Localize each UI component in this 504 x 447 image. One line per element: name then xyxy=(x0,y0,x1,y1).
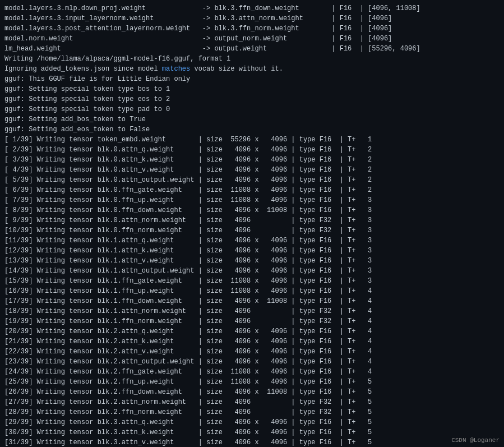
terminal-line: model.layers.3.input_layernorm.weight ->… xyxy=(4,13,500,24)
terminal-line: [ 8/39] Writing tensor blk.0.ffn_down.we… xyxy=(4,205,500,215)
terminal-line: [20/39] Writing tensor blk.2.attn_q.weig… xyxy=(4,326,500,337)
terminal-line: [ 6/39] Writing tensor blk.0.ffn_gate.we… xyxy=(4,185,500,195)
terminal-line: [14/39] Writing tensor blk.1.attn_output… xyxy=(4,266,500,276)
terminal-line: [ 7/39] Writing tensor blk.0.ffn_up.weig… xyxy=(4,195,500,205)
terminal-line: [27/39] Writing tensor blk.2.attn_norm.w… xyxy=(4,397,500,407)
terminal-line: [18/39] Writing tensor blk.1.attn_norm.w… xyxy=(4,306,500,316)
terminal-line: [28/39] Writing tensor blk.2.ffn_norm.we… xyxy=(4,407,500,417)
terminal-line: gguf: Setting add_eos_token to False xyxy=(4,125,500,135)
terminal-line: [17/39] Writing tensor blk.1.ffn_down.we… xyxy=(4,296,500,306)
terminal-line: [24/39] Writing tensor blk.2.ffn_gate.we… xyxy=(4,367,500,377)
terminal-line: gguf: Setting add_bos_token to True xyxy=(4,114,500,125)
terminal-line: [29/39] Writing tensor blk.3.attn_q.weig… xyxy=(4,417,500,427)
terminal-line: [11/39] Writing tensor blk.1.attn_q.weig… xyxy=(4,236,500,246)
terminal-line: Ignoring added_tokens.json since model m… xyxy=(4,64,500,74)
terminal-line: gguf: Setting special token type pad to … xyxy=(4,104,500,114)
terminal-line: [15/39] Writing tensor blk.1.ffn_gate.we… xyxy=(4,276,500,286)
terminal-line: lm_head.weight -> output.weight | F16 | … xyxy=(4,44,500,54)
terminal-line: [13/39] Writing tensor blk.1.attn_v.weig… xyxy=(4,256,500,266)
terminal-line: model.layers.3.post_attention_layernorm.… xyxy=(4,24,500,34)
terminal-line: [ 2/39] Writing tensor blk.0.attn_q.weig… xyxy=(4,145,500,155)
terminal-line: [ 9/39] Writing tensor blk.0.attn_norm.w… xyxy=(4,215,500,225)
terminal-line: gguf: Setting special token type eos to … xyxy=(4,94,500,104)
terminal-line: gguf: Setting special token type bos to … xyxy=(4,84,500,94)
terminal-line: [26/39] Writing tensor blk.2.ffn_down.we… xyxy=(4,387,500,397)
terminal-line: [19/39] Writing tensor blk.1.ffn_norm.we… xyxy=(4,316,500,326)
terminal-line: model.layers.3.mlp.down_proj.weight -> b… xyxy=(4,3,500,13)
highlighted-matches: matches xyxy=(162,65,190,73)
terminal-line: [12/39] Writing tensor blk.1.attn_k.weig… xyxy=(4,246,500,256)
terminal-line: [30/39] Writing tensor blk.3.attn_k.weig… xyxy=(4,427,500,437)
terminal-line: [22/39] Writing tensor blk.2.attn_v.weig… xyxy=(4,347,500,357)
terminal-line: model.norm.weight -> output_norm.weight … xyxy=(4,34,500,44)
terminal-line: [23/39] Writing tensor blk.2.attn_output… xyxy=(4,357,500,367)
terminal-line: [31/39] Writing tensor blk.3.attn_v.weig… xyxy=(4,437,500,447)
terminal-window: model.layers.3.mlp.down_proj.weight -> b… xyxy=(0,0,504,447)
terminal-line: [16/39] Writing tensor blk.1.ffn_up.weig… xyxy=(4,286,500,296)
terminal-line: gguf: This GGUF file is for Little Endia… xyxy=(4,74,500,84)
terminal-output: model.layers.3.mlp.down_proj.weight -> b… xyxy=(4,3,500,447)
terminal-line: [ 5/39] Writing tensor blk.0.attn_output… xyxy=(4,175,500,185)
watermark: CSDN @Loganer xyxy=(451,436,500,445)
terminal-line: Writing /home/llama/alpaca/ggml-model-f1… xyxy=(4,54,500,64)
terminal-line: [ 4/39] Writing tensor blk.0.attn_v.weig… xyxy=(4,165,500,175)
terminal-line: [21/39] Writing tensor blk.2.attn_k.weig… xyxy=(4,337,500,347)
terminal-line: [10/39] Writing tensor blk.0.ffn_norm.we… xyxy=(4,225,500,236)
terminal-line: [ 3/39] Writing tensor blk.0.attn_k.weig… xyxy=(4,155,500,165)
terminal-line: [25/39] Writing tensor blk.2.ffn_up.weig… xyxy=(4,377,500,387)
terminal-line: [ 1/39] Writing tensor token_embd.weight… xyxy=(4,135,500,145)
